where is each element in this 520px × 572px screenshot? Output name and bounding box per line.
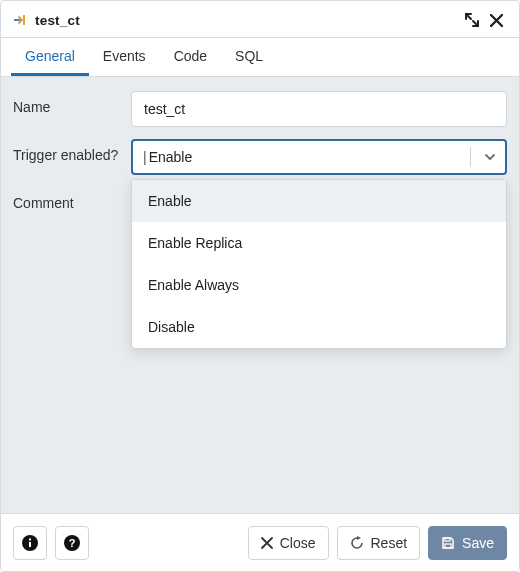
tab-sql[interactable]: SQL: [221, 38, 277, 76]
trigger-enabled-select[interactable]: | Enable: [131, 139, 507, 175]
select-value: Enable: [149, 149, 193, 165]
option-label: Enable Replica: [148, 235, 242, 251]
comment-label: Comment: [13, 187, 131, 213]
help-button[interactable]: ?: [55, 526, 89, 560]
maximize-icon[interactable]: [461, 9, 483, 31]
titlebar: test_ct: [1, 1, 519, 38]
name-label: Name: [13, 91, 131, 117]
tabs: General Events Code SQL: [1, 38, 519, 77]
tab-events[interactable]: Events: [89, 38, 160, 76]
close-label: Close: [280, 535, 316, 551]
window-title: test_ct: [35, 13, 80, 28]
reset-label: Reset: [371, 535, 408, 551]
close-button[interactable]: Close: [248, 526, 329, 560]
option-label: Disable: [148, 319, 195, 335]
trigger-icon: [13, 12, 29, 28]
svg-text:?: ?: [69, 537, 76, 549]
svg-rect-2: [29, 538, 31, 540]
reset-button[interactable]: Reset: [337, 526, 421, 560]
trigger-enabled-dropdown: Enable Enable Replica Enable Always Disa…: [131, 179, 507, 349]
tab-label: Code: [174, 48, 207, 64]
tab-label: General: [25, 48, 75, 64]
reset-icon: [350, 536, 364, 550]
form-panel: Name Trigger enabled? | Enable Enable En…: [1, 77, 519, 513]
close-icon[interactable]: [485, 9, 507, 31]
save-icon: [441, 536, 455, 550]
name-input[interactable]: [131, 91, 507, 127]
option-disable[interactable]: Disable: [132, 306, 506, 348]
footer: ? Close Reset Save: [1, 513, 519, 571]
tab-label: SQL: [235, 48, 263, 64]
x-icon: [261, 537, 273, 549]
option-enable-always[interactable]: Enable Always: [132, 264, 506, 306]
svg-rect-6: [445, 544, 451, 548]
option-enable-replica[interactable]: Enable Replica: [132, 222, 506, 264]
info-button[interactable]: [13, 526, 47, 560]
text-cursor: |: [143, 149, 147, 165]
option-label: Enable Always: [148, 277, 239, 293]
save-button[interactable]: Save: [428, 526, 507, 560]
save-label: Save: [462, 535, 494, 551]
option-enable[interactable]: Enable: [132, 180, 506, 222]
svg-rect-1: [29, 542, 31, 547]
tab-label: Events: [103, 48, 146, 64]
trigger-enabled-label: Trigger enabled?: [13, 139, 131, 165]
chevron-down-icon[interactable]: [483, 150, 497, 164]
tab-code[interactable]: Code: [160, 38, 221, 76]
select-divider: [470, 147, 471, 167]
tab-general[interactable]: General: [11, 38, 89, 76]
option-label: Enable: [148, 193, 192, 209]
svg-rect-5: [445, 538, 450, 541]
